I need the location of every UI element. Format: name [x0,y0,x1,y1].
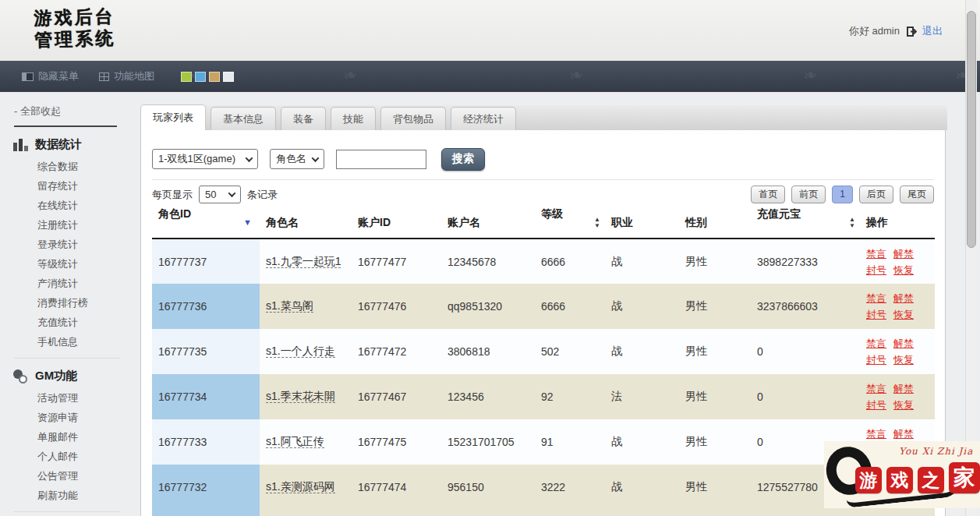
restore-link[interactable]: 恢复 [893,309,914,320]
sort-both-icon[interactable]: ▲▼ [594,207,600,238]
page-scrollbar[interactable] [965,0,977,516]
collapse-all-button[interactable]: - 全部收起 [0,92,134,118]
logo-line2: 管理系统 [34,27,116,51]
role-name-link[interactable]: s1.季末花未開 [266,390,335,403]
per-page-suffix: 条记录 [247,188,278,202]
ban-link[interactable]: 封号 [866,264,886,276]
col-gender[interactable]: 性别 [679,207,751,239]
per-page-select[interactable]: 50 [199,186,241,203]
page-button[interactable]: 尾页 [900,186,934,203]
unmute-link[interactable]: 解禁 [893,338,914,349]
sidebar-item[interactable]: 消费排行榜 [0,293,134,313]
search-input[interactable] [336,150,426,169]
brand-script-text: You Xi Zhi Jia [899,446,973,457]
field-select[interactable]: 角色名 [270,149,324,169]
role-name-link[interactable]: s1.阿飞正传 [266,435,324,448]
sidebar-item[interactable]: 在线统计 [0,196,134,215]
page-button[interactable]: 首页 [751,186,785,203]
page-button[interactable]: 后页 [859,186,893,203]
unmute-link[interactable]: 解禁 [893,292,914,304]
theme-swatch[interactable] [223,72,234,82]
server-select[interactable]: 1-双线1区(game) [152,149,258,169]
cell-job: 战 [605,329,679,374]
scrollbar-thumb[interactable] [967,11,976,248]
sidebar-section-gm[interactable]: GM功能 [0,359,134,388]
tab[interactable]: 装备 [281,107,326,130]
sidebar-item[interactable]: 产消统计 [0,274,134,293]
mute-link[interactable]: 禁言 [866,292,886,304]
sidebar-item[interactable]: 活动管理 [0,388,134,408]
role-name-link[interactable]: s1.一个人行走 [266,345,335,358]
page-button[interactable]: 前页 [791,186,826,203]
sort-desc-icon[interactable]: ▼ [243,207,252,238]
restore-link[interactable]: 恢复 [893,264,914,276]
cell-role-name: s1.菜鸟阁 [260,284,352,329]
tab-bar: 玩家列表 基本信息 装备 技能 背包物品 经济统计 [140,105,947,130]
role-name-link[interactable]: s1.菜鸟阁 [266,299,313,313]
page-button[interactable]: 1 [832,186,853,203]
tab[interactable]: 技能 [331,107,376,130]
role-name-link[interactable]: s1.亲测源码网 [266,480,335,493]
sidebar-item[interactable]: 留存统计 [0,176,134,196]
col-role-name[interactable]: 角色名 [260,207,352,239]
unmute-link[interactable]: 解禁 [893,428,914,440]
table-row: 16777737 s1.九零一起玩1 16777477 12345678 666… [152,239,935,284]
ban-link[interactable]: 封号 [866,309,886,320]
cell-actions: 禁言解禁 封号恢复 [860,329,935,374]
sidebar-item[interactable]: 注册统计 [0,215,134,235]
navbar-watermark: ❧ [341,64,359,87]
sidebar-section-data-stats[interactable]: 数据统计 [0,127,134,157]
sidebar-item[interactable]: 刷新功能 [0,486,134,505]
sort-both-icon[interactable]: ▲▼ [849,207,855,238]
col-level[interactable]: 等级▲▼ [535,207,605,239]
sidebar-item[interactable]: 手机信息 [0,332,134,352]
tab[interactable]: 背包物品 [380,107,446,130]
sidebar-item[interactable]: 资源申请 [0,408,134,427]
tab[interactable]: 经济统计 [451,107,516,130]
cell-actions: 禁言解禁 封号恢复 [860,284,935,329]
col-account-id[interactable]: 账户ID [352,207,441,239]
sidebar-item[interactable]: 个人邮件 [0,447,134,466]
sidebar-section-game-manage[interactable]: 游戏管理 [0,512,134,516]
navbar-watermark: ❧ [181,64,199,87]
col-account-name[interactable]: 账户名 [441,207,535,239]
restore-link[interactable]: 恢复 [893,399,914,411]
cell-role-id: 16777734 [152,374,260,419]
hide-menu-button[interactable]: 隐藏菜单 [22,69,79,83]
cell-gender: 男性 [679,329,751,374]
unmute-link[interactable]: 解禁 [893,248,914,260]
role-name-link[interactable]: s1.九零一起玩1 [266,255,341,268]
table-row: 16777732 s1.亲测源码网 16777474 956150 3222 战… [152,465,935,510]
ban-link[interactable]: 封号 [866,399,886,411]
mute-link[interactable]: 禁言 [866,383,886,394]
pagination: 首页 前页 1 后页 尾页 [751,186,934,203]
logout-link[interactable]: 退出 [922,24,943,38]
mute-link[interactable]: 禁言 [866,248,886,260]
col-ingot[interactable]: 充值元宝▲▼ [751,207,860,239]
search-button[interactable]: 搜索 [441,148,485,171]
cell-account-name: 123456 [441,374,535,419]
sidebar-list-gm: 活动管理资源申请单服邮件个人邮件公告管理刷新功能 [0,388,134,505]
unmute-link[interactable]: 解禁 [893,383,914,394]
hide-menu-icon [22,72,34,81]
sidebar-item[interactable]: 等级统计 [0,254,134,274]
sidebar-item[interactable]: 登录统计 [0,235,134,254]
sidebar-item[interactable]: 单服邮件 [0,427,134,447]
toolbar-row: 每页显示 50 条记录 首页 前页 1 [152,184,934,205]
section-title: 数据统计 [35,137,82,152]
tab-label: 技能 [343,113,363,125]
col-job[interactable]: 职业 [605,207,679,239]
function-map-button[interactable]: 功能地图 [99,69,154,83]
restore-link[interactable]: 恢复 [893,354,914,366]
theme-swatch[interactable] [209,72,220,82]
mute-link[interactable]: 禁言 [866,338,886,349]
cell-role-name: s1.季末花未開 [260,374,352,419]
sidebar-item[interactable]: 综合数据 [0,157,134,176]
col-role-id[interactable]: 角色ID▼ [152,207,260,239]
sidebar-item[interactable]: 充值统计 [0,313,134,332]
ban-link[interactable]: 封号 [866,354,886,366]
tab[interactable]: 基本信息 [211,107,276,130]
tab[interactable]: 玩家列表 [140,104,206,130]
sidebar-item[interactable]: 公告管理 [0,466,134,486]
mute-link[interactable]: 禁言 [866,428,886,440]
